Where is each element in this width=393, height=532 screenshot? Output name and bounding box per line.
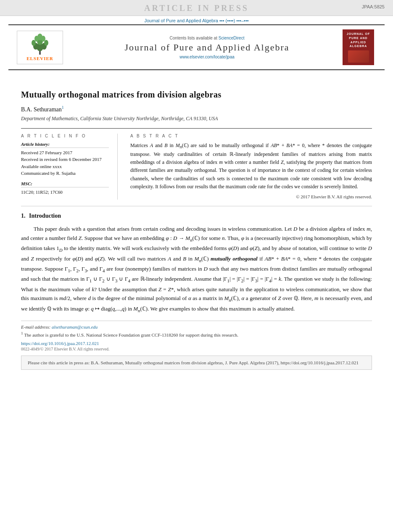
section-number: 1. — [21, 213, 26, 219]
citation-box: Please cite this article in press as: B.… — [21, 356, 372, 370]
section-heading: 1. Introduction — [21, 213, 372, 219]
journal-link-line: Journal of Pure and Applied Algebra ••• … — [0, 16, 393, 24]
abstract-copyright: © 2017 Elsevier B.V. All rights reserved… — [130, 194, 372, 199]
author-name: B.A. Sethuraman1 — [21, 105, 372, 113]
svg-point-9 — [37, 34, 42, 40]
header-bar: ELSEVIER Contents lists available at Sci… — [8, 24, 385, 70]
section-divider — [21, 206, 372, 206]
citation-text: Please cite this article in press as: B.… — [28, 360, 359, 365]
elsevier-logo: ELSEVIER — [17, 31, 71, 64]
history-label: Article history: — [21, 142, 109, 148]
svg-point-5 — [44, 40, 48, 46]
section-title-text: Introduction — [29, 213, 61, 219]
email-link[interactable]: alsethuraman@csun.edu — [52, 324, 98, 329]
author-sup: 1 — [62, 105, 64, 110]
article-history: Article history: Received 27 February 20… — [21, 142, 109, 177]
doi-text: https://doi.org/10.1016/j.jpaa.2017.12.0… — [21, 341, 99, 346]
footnote-1: 1 The author is grateful to the U.S. Nat… — [21, 331, 372, 337]
email-label: E-mail address: — [21, 324, 50, 329]
header-center: Contents lists available at ScienceDirec… — [71, 36, 343, 59]
msc-section: MSC: 11C20; 11R52; 17C60 — [21, 181, 109, 196]
contents-line: Contents lists available at ScienceDirec… — [80, 36, 334, 40]
jpaa-id: JPAA:5825 — [362, 4, 385, 9]
info-section-title: A R T I C L E I N F O — [21, 134, 109, 138]
contents-label: Contents lists available at — [170, 36, 217, 40]
elsevier-name: ELSEVIER — [26, 56, 53, 61]
doi-line[interactable]: https://doi.org/10.1016/j.jpaa.2017.12.0… — [21, 341, 372, 346]
revised-date: Received in revised form 6 December 2017 — [21, 156, 109, 163]
msc-codes: 11C20; 11R52; 17C60 — [21, 189, 109, 196]
email-line: E-mail address: alsethuraman@csun.edu — [21, 324, 372, 329]
aip-banner: ARTICLE IN PRESS JPAA:5825 — [0, 0, 393, 16]
svg-point-4 — [32, 40, 36, 46]
aip-banner-text: ARTICLE IN PRESS — [144, 3, 249, 13]
abstract-title: A B S T R A C T — [130, 134, 372, 138]
communicated-by: Communicated by R. Sujatha — [21, 170, 109, 177]
journal-logo-text: JOURNAL OFPURE ANDAPPLIED ALGEBRA — [345, 32, 372, 48]
footnote-1-text: The author is grateful to the U.S. Natio… — [24, 332, 238, 337]
journal-logo-image — [348, 50, 369, 63]
journal-url[interactable]: www.elsevier.com/locate/jpaa — [80, 55, 334, 59]
main-content: Mutually orthogonal matrices from divisi… — [0, 70, 393, 378]
journal-logo: JOURNAL OFPURE ANDAPPLIED ALGEBRA — [343, 29, 376, 65]
author-name-text: B.A. Sethuraman — [21, 106, 62, 113]
journal-link-text: Journal of Pure and Applied Algebra ••• … — [144, 18, 248, 23]
msc-label: MSC: — [21, 181, 109, 187]
available-date: Available online xxxx — [21, 163, 109, 170]
affiliation: Department of Mathematics, California St… — [21, 116, 372, 122]
footnote-area: E-mail address: alsethuraman@csun.edu 1 … — [21, 321, 372, 337]
elsevier-tree-icon — [27, 34, 53, 55]
intro-paragraph: This paper deals with a question that ar… — [21, 224, 372, 314]
page: ARTICLE IN PRESS JPAA:5825 Journal of Pu… — [0, 0, 393, 532]
article-title: Mutually orthogonal matrices from divisi… — [21, 89, 372, 100]
copyright-footer: 0022-4049/© 2017 Elsevier B.V. All right… — [21, 347, 372, 351]
received-date: Received 27 February 2017 — [21, 149, 109, 156]
abstract-section: A B S T R A C T Matrices A and B in Mn(ℂ… — [130, 134, 372, 200]
history-content: Received 27 February 2017 Received in re… — [21, 149, 109, 177]
sciencedirect-link[interactable]: ScienceDirect — [219, 36, 245, 40]
abstract-text: Matrices A and B in Mn(ℂ) are said to be… — [130, 142, 372, 191]
two-column-section: A R T I C L E I N F O Article history: R… — [21, 128, 372, 200]
article-info: A R T I C L E I N F O Article history: R… — [21, 134, 118, 200]
journal-title: Journal of Pure and Applied Algebra — [80, 42, 334, 53]
